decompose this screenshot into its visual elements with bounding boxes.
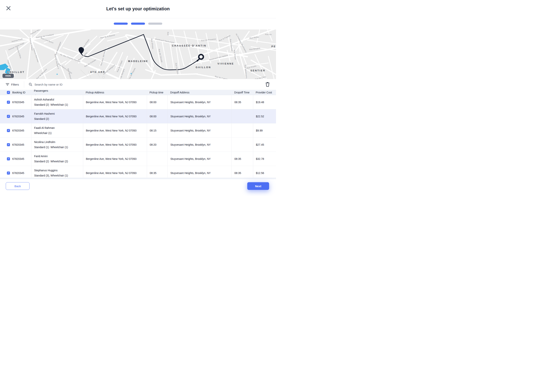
passenger-cell: Stephanus HugginsStandard (3), Wheelchai… bbox=[31, 166, 83, 178]
column-header-label[interactable]: Provider Cost bbox=[256, 91, 272, 94]
progress-step-complete bbox=[131, 23, 145, 25]
booking-id: 67820345 bbox=[12, 129, 24, 132]
map-area-label: MADELEINE bbox=[128, 60, 148, 63]
dropoff-time-cell: 08:35 bbox=[232, 95, 253, 109]
provider-cost-cell: $22.52 bbox=[253, 109, 276, 123]
row-checkbox[interactable]: ✓ bbox=[7, 143, 10, 146]
passenger-name: Ashish Asharaful bbox=[34, 98, 54, 101]
hide-map-button[interactable]: HIDE bbox=[2, 74, 14, 78]
column-header-dropoff-address: Dropoff Address bbox=[167, 90, 232, 95]
booking-id-cell: ✓67820345 bbox=[0, 138, 31, 152]
booking-id-cell: ✓67820345 bbox=[0, 95, 31, 109]
passenger-capacity: Standard (2) bbox=[34, 117, 49, 121]
passenger-name: Faadi Al Rahman bbox=[34, 126, 55, 130]
booking-id-cell: ✓67820345 bbox=[0, 123, 31, 137]
map-street-label: Rue Sa bbox=[265, 33, 272, 35]
table-row[interactable]: ✓67820345Faadi Al RahmanWheelchair (1)Be… bbox=[0, 123, 276, 138]
passenger-capacity: Standard (1) Wheelchair (1) bbox=[34, 145, 68, 149]
search-icon bbox=[29, 83, 32, 86]
booking-id: 67820345 bbox=[12, 143, 24, 146]
passenger-name: Farid Amini bbox=[34, 154, 48, 158]
pickup-time-cell: 08:00 bbox=[147, 109, 167, 123]
table-row[interactable]: ✓67820345Farrokh HashemiStandard (2)Berg… bbox=[0, 109, 276, 123]
passenger-cell: Faadi Al RahmanWheelchair (1) bbox=[31, 123, 83, 137]
table-row[interactable]: ✓67820345Nicolina LindholmStandard (1) W… bbox=[0, 138, 276, 152]
filters-button[interactable]: Filters bbox=[6, 83, 19, 86]
passenger-cell: Ashish AsharafulStandard (2) Wheelchair … bbox=[31, 95, 83, 109]
sort-icon[interactable]: ▴▾ bbox=[35, 94, 36, 95]
optimization-setup-dialog: Let's set up your optimization bbox=[0, 0, 276, 196]
map-area-label: PETI bbox=[271, 45, 276, 48]
bookings-table: ✓Booking IDPassengers▴▾Pickup AddressPic… bbox=[0, 90, 276, 178]
passenger-capacity: Wheelchair (1) bbox=[34, 131, 51, 135]
map-area-label: GAILLON bbox=[196, 66, 211, 69]
column-header-provider-cost: Provider Cost bbox=[253, 90, 276, 95]
dropoff-time-cell: 08:35 bbox=[232, 166, 253, 178]
row-checkbox[interactable]: ✓ bbox=[7, 115, 10, 118]
booking-id: 67820345 bbox=[12, 157, 24, 161]
table-row[interactable]: ✓67820345Farid AminiStandard (2) Wheelch… bbox=[0, 152, 276, 166]
filters-label: Filters bbox=[11, 83, 19, 86]
table-row[interactable]: ✓67820345Stephanus HugginsStandard (3), … bbox=[0, 166, 276, 178]
table-row[interactable]: ✓67820345Ashish AsharafulStandard (2) Wh… bbox=[0, 95, 276, 109]
progress-steps bbox=[114, 23, 162, 25]
column-header-label[interactable]: Pickup time bbox=[150, 91, 163, 94]
column-header-label[interactable]: Dropoff Address bbox=[170, 91, 189, 94]
table-toolbar: Filters bbox=[0, 79, 276, 90]
passenger-capacity: Standard (3), Wheelchair (1) bbox=[34, 174, 68, 177]
row-checkbox[interactable]: ✓ bbox=[7, 129, 10, 132]
pickup-address-cell: Bergenline Ave, West New York, NJ 07093 bbox=[83, 123, 147, 137]
dropoff-time-cell bbox=[232, 123, 253, 137]
back-button[interactable]: Back bbox=[6, 182, 29, 190]
search-input[interactable] bbox=[34, 83, 115, 86]
booking-id-cell: ✓67820345 bbox=[0, 166, 31, 178]
passenger-capacity: Standard (2) Wheelchair (2) bbox=[34, 160, 68, 163]
passenger-capacity: Standard (2) Wheelchair (1) bbox=[34, 103, 68, 107]
table-footer-band bbox=[0, 178, 276, 179]
pickup-address-cell: Bergenline Ave, West New York, NJ 07093 bbox=[83, 109, 147, 123]
table-header-row: ✓Booking IDPassengers▴▾Pickup AddressPic… bbox=[0, 90, 276, 95]
trash-icon[interactable] bbox=[265, 82, 270, 87]
pickup-time-cell: 08:20 bbox=[147, 138, 167, 152]
provider-cost-cell: $27.45 bbox=[253, 138, 276, 152]
pickup-address-cell: Bergenline Ave, West New York, NJ 07093 bbox=[83, 152, 147, 166]
booking-id: 67820345 bbox=[12, 101, 24, 104]
dropoff-time-cell bbox=[232, 138, 253, 152]
map-area-label: CHAILLOT bbox=[7, 71, 25, 73]
column-header-label[interactable]: Dropoff Time bbox=[234, 91, 250, 94]
pickup-time-cell bbox=[147, 152, 167, 166]
map-area-label: SENTIER bbox=[251, 69, 266, 72]
provider-cost-cell: $9.99 bbox=[253, 123, 276, 137]
column-header-label[interactable]: Pickup Address bbox=[86, 91, 104, 94]
filter-icon bbox=[6, 83, 9, 86]
column-header-dropoff-time: Dropoff Time bbox=[232, 90, 253, 95]
dropoff-address-cell: Stuyvesant Heights, Brooklyn, NY bbox=[167, 166, 232, 178]
row-checkbox[interactable]: ✓ bbox=[7, 91, 10, 94]
column-header-booking-id: ✓Booking ID bbox=[0, 90, 31, 95]
column-header-label[interactable]: Booking ID bbox=[12, 91, 25, 94]
page-title: Let's set up your optimization bbox=[0, 6, 276, 12]
column-header-label[interactable]: Passengers bbox=[34, 90, 48, 93]
passenger-cell: Nicolina LindholmStandard (1) Wheelchair… bbox=[31, 138, 83, 152]
row-checkbox[interactable]: ✓ bbox=[7, 171, 10, 175]
booking-id-cell: ✓67820345 bbox=[0, 109, 31, 123]
passenger-name: Stephanus Huggins bbox=[34, 168, 58, 172]
pickup-address-cell: Bergenline Ave, West New York, NJ 07093 bbox=[83, 166, 147, 178]
pickup-time-cell: 08:00 bbox=[147, 95, 167, 109]
dropoff-address-cell: Stuyvesant Heights, Brooklyn, NY bbox=[167, 138, 232, 152]
passenger-name: Nicolina Lindholm bbox=[34, 140, 55, 144]
next-button[interactable]: Next bbox=[247, 182, 269, 190]
map-street-label: Rue bbox=[167, 32, 169, 35]
booking-id: 67820345 bbox=[12, 115, 24, 118]
route-map[interactable]: CHAILLOT8TH ARR.MADELEINECHAUSSÉE-D'ANTI… bbox=[0, 29, 276, 79]
dropoff-time-cell bbox=[232, 109, 253, 123]
row-checkbox[interactable]: ✓ bbox=[7, 101, 10, 104]
dropoff-address-cell: Stuyvesant Heights, Brooklyn, NY bbox=[167, 123, 232, 137]
progress-step-complete bbox=[114, 23, 128, 25]
pickup-address-cell: Bergenline Ave, West New York, NJ 07093 bbox=[83, 138, 147, 152]
dropoff-address-cell: Stuyvesant Heights, Brooklyn, NY bbox=[167, 95, 232, 109]
dropoff-address-cell: Stuyvesant Heights, Brooklyn, NY bbox=[167, 152, 232, 166]
row-checkbox[interactable]: ✓ bbox=[7, 157, 10, 161]
provider-cost-cell: $19.48 bbox=[253, 95, 276, 109]
top-bar: Let's set up your optimization bbox=[0, 0, 276, 18]
